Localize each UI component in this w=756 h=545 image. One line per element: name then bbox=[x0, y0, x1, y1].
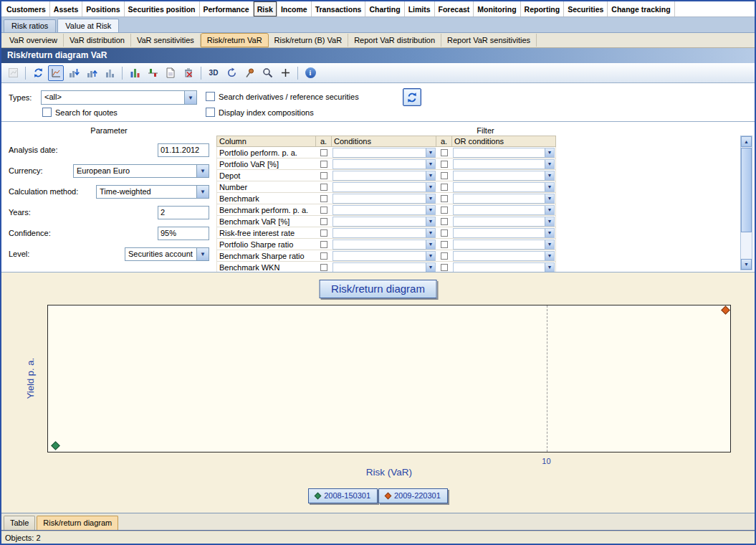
delete-button[interactable] bbox=[181, 65, 196, 81]
filter-and-checkbox[interactable] bbox=[320, 264, 327, 271]
chevron-down-icon[interactable]: ▼ bbox=[545, 217, 554, 226]
filter-or-condition-select[interactable]: ▼ bbox=[453, 159, 555, 169]
filter-condition-select[interactable]: ▼ bbox=[332, 182, 436, 192]
filter-or-checkbox[interactable] bbox=[441, 229, 448, 237]
legend-button-2009[interactable]: 2009-220301 bbox=[378, 488, 448, 503]
filter-or-checkbox[interactable] bbox=[441, 207, 448, 214]
filter-or-condition-select[interactable]: ▼ bbox=[453, 182, 555, 192]
filter-and-checkbox[interactable] bbox=[320, 195, 327, 202]
chart-settings-button[interactable] bbox=[48, 65, 64, 81]
3d-toggle-button[interactable]: 3D bbox=[206, 65, 221, 81]
filter-condition-select[interactable]: ▼ bbox=[332, 205, 436, 215]
tab-report-var-distribution[interactable]: Report VaR distribution bbox=[348, 34, 441, 47]
tab-var-distribution[interactable]: VaR distribution bbox=[64, 34, 131, 47]
search-derivatives-checkbox[interactable]: Search derivatives / reference securitie… bbox=[206, 92, 359, 101]
filter-condition-select[interactable]: ▼ bbox=[332, 171, 436, 181]
filter-condition-select[interactable]: ▼ bbox=[332, 262, 436, 272]
filter-condition-select[interactable]: ▼ bbox=[332, 194, 436, 204]
chevron-down-icon[interactable]: ▼ bbox=[545, 206, 554, 214]
chevron-down-icon[interactable]: ▼ bbox=[545, 148, 554, 157]
chevron-down-icon[interactable]: ▼ bbox=[545, 194, 554, 203]
filter-and-checkbox[interactable] bbox=[320, 184, 327, 191]
chevron-down-icon[interactable]: ▼ bbox=[545, 229, 554, 237]
filter-or-condition-select[interactable]: ▼ bbox=[453, 251, 555, 261]
chevron-down-icon[interactable]: ▼ bbox=[426, 194, 435, 203]
chevron-down-icon[interactable]: ▼ bbox=[184, 91, 196, 104]
scroll-up-icon[interactable]: ▲ bbox=[741, 136, 752, 147]
chart-columns-button[interactable] bbox=[102, 65, 118, 81]
types-select[interactable]: <all> ▼ bbox=[41, 90, 197, 105]
menu-item-change-tracking[interactable]: Change tracking bbox=[608, 1, 674, 16]
filter-condition-select[interactable]: ▼ bbox=[332, 228, 436, 238]
menu-item-reporting[interactable]: Reporting bbox=[521, 1, 565, 16]
filter-condition-select[interactable]: ▼ bbox=[332, 217, 436, 227]
chevron-down-icon[interactable]: ▼ bbox=[545, 263, 554, 272]
tab-var-sensitivities[interactable]: VaR sensitivities bbox=[131, 34, 201, 47]
filter-and-checkbox[interactable] bbox=[320, 172, 327, 179]
tab-risk-ratios[interactable]: Risk ratios bbox=[4, 19, 56, 32]
menu-item-income[interactable]: Income bbox=[277, 1, 312, 16]
confidence-field[interactable]: 95% bbox=[158, 227, 209, 240]
menu-item-forecast[interactable]: Forecast bbox=[435, 1, 474, 16]
filter-or-condition-select[interactable]: ▼ bbox=[453, 240, 555, 250]
filter-condition-select[interactable]: ▼ bbox=[332, 251, 436, 261]
chevron-down-icon[interactable]: ▼ bbox=[426, 240, 435, 249]
years-field[interactable]: 2 bbox=[158, 206, 209, 219]
filter-col-conditions[interactable]: Conditions bbox=[332, 136, 436, 146]
menu-item-positions[interactable]: Positions bbox=[82, 1, 124, 16]
filter-and-checkbox[interactable] bbox=[320, 241, 327, 248]
pin-button[interactable] bbox=[241, 65, 257, 81]
filter-or-condition-select[interactable]: ▼ bbox=[453, 217, 555, 227]
menu-item-securities[interactable]: Securities bbox=[564, 1, 608, 16]
chevron-down-icon[interactable]: ▼ bbox=[426, 206, 435, 214]
menu-item-monitoring[interactable]: Monitoring bbox=[474, 1, 520, 16]
filter-or-condition-select[interactable]: ▼ bbox=[453, 205, 555, 215]
chevron-down-icon[interactable]: ▼ bbox=[426, 229, 435, 237]
filter-or-condition-select[interactable]: ▼ bbox=[453, 228, 555, 238]
chevron-down-icon[interactable]: ▼ bbox=[196, 165, 209, 177]
filter-or-checkbox[interactable] bbox=[441, 149, 448, 156]
filter-or-condition-select[interactable]: ▼ bbox=[453, 171, 555, 181]
rotate-button[interactable] bbox=[224, 65, 239, 81]
chart-move-up-button[interactable] bbox=[84, 65, 100, 81]
filter-col-and[interactable]: a. bbox=[316, 136, 332, 146]
filter-or-checkbox[interactable] bbox=[441, 218, 448, 225]
tab-value-at-risk[interactable]: Value at Risk bbox=[57, 19, 119, 32]
export-document-button[interactable] bbox=[163, 65, 178, 81]
filter-or-checkbox[interactable] bbox=[441, 161, 448, 168]
filter-or-checkbox[interactable] bbox=[441, 184, 448, 191]
tab-table-view[interactable]: Table bbox=[4, 516, 35, 530]
plot-area[interactable] bbox=[47, 305, 731, 452]
calculation-method-select[interactable]: Time-weighted ▼ bbox=[96, 185, 209, 199]
filter-and-checkbox[interactable] bbox=[320, 207, 327, 214]
filter-condition-select[interactable]: ▼ bbox=[332, 240, 436, 250]
menu-item-risk[interactable]: Risk bbox=[254, 1, 277, 16]
index-compositions-checkbox[interactable]: Display index compositions bbox=[206, 108, 314, 117]
filter-or-checkbox[interactable] bbox=[441, 241, 448, 248]
filter-or-condition-select[interactable]: ▼ bbox=[453, 262, 555, 272]
filter-condition-select[interactable]: ▼ bbox=[332, 159, 436, 169]
menu-item-transactions[interactable]: Transactions bbox=[312, 1, 366, 16]
menu-item-assets[interactable]: Assets bbox=[50, 1, 82, 16]
tab-risk-return-var[interactable]: Risk/return VaR bbox=[201, 33, 269, 47]
menu-item-securities-position[interactable]: Securities position bbox=[125, 1, 200, 16]
scroll-down-icon[interactable]: ▼ bbox=[741, 259, 752, 270]
tab-report-var-sensitivities[interactable]: Report VaR sensitivities bbox=[441, 34, 537, 47]
add-button[interactable] bbox=[277, 65, 293, 81]
filter-condition-select[interactable]: ▼ bbox=[332, 148, 436, 158]
chevron-down-icon[interactable]: ▼ bbox=[545, 240, 554, 249]
gain-loss-chart-button[interactable] bbox=[145, 65, 161, 81]
filter-or-checkbox[interactable] bbox=[441, 264, 448, 271]
chevron-down-icon[interactable]: ▼ bbox=[426, 160, 435, 169]
chevron-down-icon[interactable]: ▼ bbox=[545, 160, 554, 169]
chart-move-down-button[interactable] bbox=[66, 65, 82, 81]
chevron-down-icon[interactable]: ▼ bbox=[545, 252, 554, 260]
menu-item-limits[interactable]: Limits bbox=[405, 1, 435, 16]
chart-title-button[interactable]: Risk/return diagram bbox=[319, 280, 437, 298]
chevron-down-icon[interactable]: ▼ bbox=[426, 148, 435, 157]
info-button[interactable]: i bbox=[302, 65, 318, 81]
bar-chart-button[interactable] bbox=[127, 65, 143, 81]
filter-col-and2[interactable]: a. bbox=[436, 136, 452, 146]
search-quotes-checkbox[interactable]: Search for quotes bbox=[42, 108, 118, 117]
filter-col-or-conditions[interactable]: OR conditions bbox=[452, 136, 555, 146]
